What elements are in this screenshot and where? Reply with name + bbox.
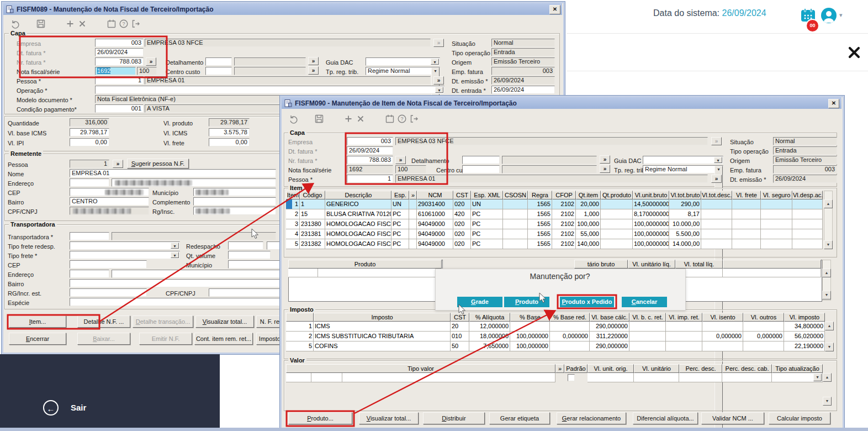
column-header[interactable]: tário bruto — [574, 260, 628, 269]
column-header[interactable]: Vl. unit. orig. — [588, 364, 634, 373]
window2-close-button[interactable]: ✕ — [828, 99, 839, 108]
valor-code-cell[interactable] — [286, 373, 311, 382]
undo-icon[interactable] — [288, 114, 298, 124]
column-header[interactable]: Perc. desc. cab. — [722, 364, 772, 373]
column-header[interactable]: % Alíquota — [469, 313, 510, 322]
column-header[interactable]: Qt.item — [576, 191, 601, 199]
dropdown-icon[interactable]: ▾ — [813, 374, 822, 381]
calcular-imposto-button[interactable]: Calcular imposto — [769, 412, 830, 424]
column-header[interactable]: Regra — [528, 191, 552, 199]
gerar-relacionamento-button[interactable]: Gerar relacionamento — [557, 412, 626, 424]
add-icon[interactable] — [343, 114, 353, 124]
column-header[interactable]: % Base — [510, 313, 550, 322]
expand-button[interactable]: » — [600, 165, 610, 173]
column-header[interactable]: » — [555, 364, 564, 373]
exit-icon[interactable] — [409, 114, 419, 124]
column-header[interactable]: » — [409, 191, 417, 199]
tipo-atualizacao-cell[interactable]: ▾ — [772, 373, 823, 382]
produto-column-header[interactable]: Produto — [288, 260, 442, 269]
table-row[interactable]: 11GENERICOUN29031400020UN1565210220,0001… — [286, 199, 824, 209]
expand-button[interactable]: » — [600, 155, 610, 164]
scroll-down-button[interactable]: ▼ — [823, 397, 832, 406]
column-header[interactable]: Tipo valor — [286, 364, 555, 373]
table-row[interactable]: 3231380HOMOLOGACAO FISCAL UPC94049000020… — [286, 219, 824, 229]
produto-right-header[interactable]: tário brutoVl. unitário líq.Vl. total lí… — [574, 260, 821, 269]
column-header[interactable]: Vl.tot.bruto — [669, 191, 701, 199]
table-row[interactable]: 2ICMS SUBSTITUICAO TRIBUTARIA01018,00000… — [286, 332, 826, 341]
pessoa-code-field[interactable]: 1 — [347, 175, 393, 183]
save-icon[interactable] — [314, 114, 324, 124]
produto-code-cell[interactable] — [288, 269, 318, 277]
column-header[interactable]: Tipo atualização — [772, 364, 823, 373]
column-header[interactable]: % Base red. — [550, 313, 590, 322]
column-header[interactable]: Vl. isento — [702, 313, 743, 322]
column-header[interactable]: Vl. frete — [732, 191, 761, 199]
column-header[interactable]: Vl.unit.bruto — [633, 191, 669, 199]
column-header[interactable]: Esp. — [391, 191, 409, 199]
valor-table-header[interactable]: Tipo valor»PadrãoVl. unit. orig.Vl. unit… — [286, 364, 823, 373]
column-header[interactable]: Vl. unitário líq. — [628, 260, 675, 269]
centro-custo-code-field[interactable] — [462, 165, 500, 174]
table-row[interactable]: 215BLUSA CRIATIVA 70120PC61061000420PC15… — [286, 209, 824, 219]
column-header[interactable]: CSOSN — [503, 191, 528, 199]
produto-button[interactable]: Produto... — [288, 412, 352, 424]
column-header[interactable]: Vl. seguro — [761, 191, 792, 199]
dt-fatura-field[interactable]: 26/09/2024 — [347, 146, 393, 155]
column-header[interactable]: CST — [453, 191, 471, 199]
column-header[interactable]: Vl. total líq. — [675, 260, 723, 269]
column-header[interactable]: Vl. imp. ret. — [666, 313, 702, 322]
column-header[interactable] — [723, 260, 821, 269]
help-icon[interactable]: ? — [397, 114, 407, 124]
produto-name-cell[interactable] — [318, 269, 442, 277]
column-header[interactable]: Perc. desc. — [679, 364, 722, 373]
valor-code2-cell[interactable] — [311, 373, 342, 382]
vl-unitario-cell[interactable] — [634, 373, 679, 382]
column-header[interactable]: Padrão — [564, 364, 588, 373]
column-header[interactable]: Vl. b. c. ret. — [629, 313, 666, 322]
column-header[interactable]: Qt.produto — [601, 191, 633, 199]
window2-titlebar[interactable]: FISFM090 - Manutenção de Item de Nota Fi… — [282, 97, 841, 109]
produto-dialog-button[interactable]: Produto — [504, 297, 549, 307]
expand-button[interactable]: » — [711, 175, 722, 183]
empresa-code-field[interactable]: 003 — [347, 137, 393, 145]
visualizar-total-button[interactable]: Visualizar total... — [359, 412, 419, 424]
tipo-valor-cell[interactable] — [342, 373, 555, 382]
scroll-up-button[interactable]: ▲ — [825, 322, 834, 330]
expand-button[interactable]: » — [395, 156, 406, 164]
cancelar-button[interactable]: Cancelar — [622, 297, 667, 307]
dropdown-icon[interactable]: ▾ — [714, 157, 722, 163]
column-header[interactable]: Item — [286, 191, 300, 199]
imposto-table-header[interactable]: ImpostoCST% Alíquota% Base% Base red.Vl.… — [286, 313, 826, 322]
column-header[interactable]: Esp. XML — [471, 191, 503, 199]
column-header[interactable] — [286, 313, 314, 322]
scroll-up-button[interactable]: ▲ — [824, 199, 833, 208]
vl-unit-orig-cell[interactable] — [588, 373, 634, 382]
column-header[interactable]: Imposto — [314, 313, 451, 322]
detalhamento-code-field[interactable] — [462, 156, 500, 164]
table-row[interactable]: 4231381HOMOLOGACAO FISCAL UPC94049000020… — [286, 229, 824, 239]
scroll-down-button[interactable]: ▼ — [824, 240, 833, 249]
distribuir-button[interactable]: Distribuir — [423, 412, 485, 424]
column-header[interactable]: Vl. imposto — [784, 313, 825, 322]
column-header[interactable]: CST — [451, 313, 469, 322]
scroll-up-button[interactable]: ▲ — [823, 373, 832, 382]
perc-desc-cab-cell[interactable] — [722, 373, 772, 382]
column-header[interactable]: Vl. base cálc. — [590, 313, 629, 322]
table-row[interactable]: 5COFINS507,650000100,000000290,00000022,… — [286, 341, 826, 351]
column-header[interactable]: Código — [300, 191, 325, 199]
column-header[interactable]: Descrição — [325, 191, 391, 199]
validar-ncm-button[interactable]: Validar NCM ... — [701, 412, 764, 424]
column-header[interactable]: CFOP — [552, 191, 576, 199]
scroll-up-button[interactable]: ▲ — [822, 269, 831, 277]
column-header[interactable]: Vl.tot.desc. — [701, 191, 732, 199]
scroll-down-button[interactable]: ▼ — [825, 343, 834, 351]
diferencial-aliquota-button[interactable]: Diferencial alíquota... — [633, 412, 698, 424]
guia-dac-select[interactable]: ▾ — [643, 156, 723, 164]
perc-desc-cell[interactable] — [679, 373, 722, 382]
table-row[interactable]: 5231382HOMOLOGACAO FISCAL UPC94049000020… — [286, 239, 824, 249]
nr-fatura-field[interactable]: 788.083 — [347, 156, 393, 164]
table-row[interactable]: 1ICMS2012,000000290,00000034,800000 — [286, 322, 826, 332]
column-header[interactable]: Vl.desp.ac. — [792, 191, 823, 199]
column-header[interactable]: Vl. unitário — [634, 364, 679, 373]
produto-x-pedido-button[interactable]: Produto x Pedido — [560, 297, 614, 307]
